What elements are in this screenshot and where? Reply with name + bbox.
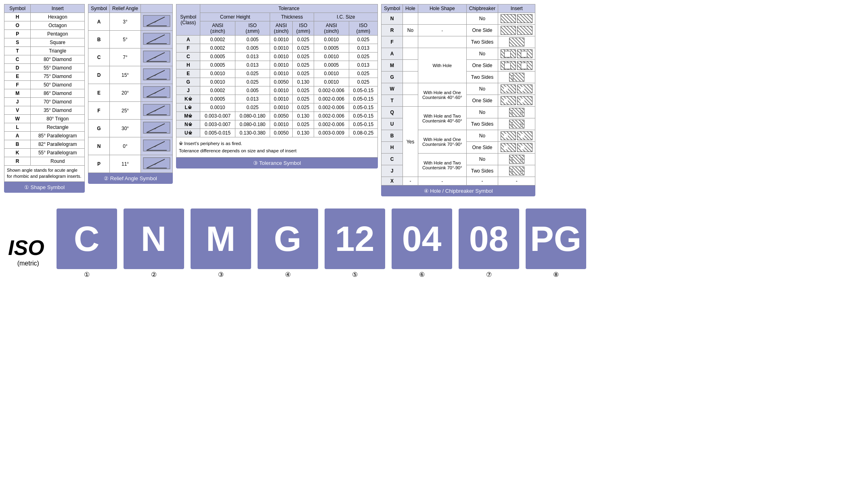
hole-row: WWith Hole and One Countersink 40°-60°No [382, 83, 535, 95]
relief-symbol-cell: D [88, 66, 110, 84]
chipbreaker-cell: Two Sides [466, 118, 498, 130]
tolerance-value-cell: 0.002-0.006 [314, 86, 349, 95]
relief-row: C7° [88, 48, 173, 66]
relief-diagram-svg [143, 103, 171, 117]
hole-symbol-cell: G [382, 72, 403, 83]
insert-cell [498, 60, 535, 72]
shape-row: LRectangle [4, 123, 85, 132]
tolerance-value-cell: 0.025 [349, 69, 378, 78]
insert-cell [498, 83, 535, 95]
shape-insert-cell: 80° Trigon [31, 115, 85, 123]
tolerance-row: A0.00020.0050.00100.0250.00100.025 [176, 36, 378, 44]
relief-angle-cell: 30° [110, 120, 141, 137]
tolerance-value-cell: 0.025 [292, 53, 314, 61]
tolerance-value-cell: 0.0010 [314, 53, 349, 61]
relief-diagram-cell [141, 120, 173, 137]
hole-symbol-cell: C [382, 154, 403, 165]
hole-symbol-cell: F [382, 36, 403, 48]
relief-diagram-svg [143, 32, 171, 46]
hole-shape-cell: With Hole and One Countersink 40°-60° [418, 83, 466, 107]
relief-angle-cell: 15° [110, 66, 141, 84]
chipbreaker-cell: No [466, 107, 498, 118]
relief-diagram-svg [143, 138, 171, 153]
tolerance-value-cell: 0.002-0.006 [314, 103, 349, 112]
tolerance-row: M※0.003-0.0070.080-0.1800.00500.1300.002… [176, 112, 378, 120]
tolerance-value-cell: 0.025 [235, 103, 270, 112]
tolerance-value-cell: 0.0010 [314, 36, 349, 44]
tolerance-value-cell: 0.013 [235, 61, 270, 69]
hole-symbol-cell: J [382, 165, 403, 177]
relief-diagram-cell [141, 102, 173, 120]
shape-row: D55° Diamond [4, 64, 85, 72]
hole-shape-cell: With Hole and Two Countersink 70°-90° [418, 154, 466, 177]
tolerance-symbol-cell: L※ [176, 103, 200, 112]
shape-row: RRound [4, 157, 85, 166]
hole-symbol-cell: X [382, 177, 403, 185]
code-letter: C [57, 208, 117, 269]
relief-row: D15° [88, 66, 173, 84]
code-letter: N [124, 208, 184, 269]
relief-row: E20° [88, 84, 173, 102]
hole-symbol-cell: Q [382, 107, 403, 118]
shape-insert-cell: 55° Parallelogram [31, 149, 85, 157]
shape-row: PPentagon [4, 30, 85, 38]
relief-symbol-cell: P [88, 155, 110, 173]
shape-symbol-table: Symbol Insert HHexagonOOctagonPPentagonS… [4, 4, 85, 166]
relief-row: F25° [88, 102, 173, 120]
code-box-1: C① [57, 208, 117, 278]
shape-row: V35° Diamond [4, 106, 85, 115]
tolerance-value-cell: 0.0010 [270, 86, 293, 95]
tolerance-note: Tolerance difference depends on size and… [179, 147, 375, 154]
insert-cell [498, 95, 535, 107]
insert-cell [498, 36, 535, 48]
shape-row: B82° Parallelogram [4, 140, 85, 149]
shape-row: HHexagon [4, 13, 85, 21]
code-letter: M [191, 208, 251, 269]
hole-row: AWith HoleNo [382, 48, 535, 60]
tolerance-value-cell: 0.002-0.006 [314, 112, 349, 120]
chipbreaker-header: Chipbreaker [466, 4, 498, 13]
code-number: ⑧ [553, 271, 559, 278]
hole-symbol-cell: M [382, 60, 403, 72]
tol-iso1: ISO(±mm) [235, 21, 270, 36]
shape-insert-cell: 82° Parallelogram [31, 140, 85, 149]
code-letter: 12 [325, 208, 385, 269]
shape-insert-header: Insert [31, 4, 85, 13]
code-box-8: PG⑧ [526, 208, 586, 278]
relief-angle-table: Symbol Relief Angle A3° B5° C7° D15° E20… [88, 4, 173, 173]
hole-symbol-cell: U [382, 118, 403, 130]
shape-insert-cell: 75° Diamond [31, 72, 85, 81]
insert-header: Insert [498, 4, 535, 13]
shape-symbol-cell: E [4, 72, 31, 81]
tolerance-table: Symbol(Class) Tolerance Corner Height Th… [176, 4, 378, 137]
code-number: ③ [218, 271, 224, 278]
relief-diagram-svg [143, 85, 171, 99]
code-letter: G [258, 208, 318, 269]
relief-diagram-cell [141, 48, 173, 66]
tolerance-value-cell: 0.08-0.25 [349, 129, 378, 137]
tolerance-value-cell: 0.0010 [200, 69, 235, 78]
shape-symbol-cell: C [4, 55, 31, 64]
relief-diagram-cell [141, 84, 173, 102]
tolerance-symbol-cell: M※ [176, 112, 200, 120]
shape-insert-cell: 35° Diamond [31, 106, 85, 115]
bottom-section: ISO (metric) C①N②M③G④12⑤04⑥08⑦PG⑧ [4, 208, 864, 278]
hole-cell [403, 72, 418, 83]
tolerance-value-cell: 0.0010 [270, 95, 293, 103]
shape-row: J70° Diamond [4, 98, 85, 106]
shape-row: SSquare [4, 38, 85, 47]
relief-symbol-cell: A [88, 13, 110, 31]
shape-symbol-cell: K [4, 149, 31, 157]
shape-symbol-cell: T [4, 47, 31, 55]
shape-symbol-header: Symbol [4, 4, 31, 13]
relief-symbol-cell: B [88, 31, 110, 48]
relief-diagram-svg [143, 14, 171, 28]
code-number: ① [84, 271, 90, 278]
shape-insert-cell: 70° Diamond [31, 98, 85, 106]
shape-row: TTriangle [4, 47, 85, 55]
hole-shape-header: Hole Shape [418, 4, 466, 13]
relief-diagram-cell [141, 66, 173, 84]
tol-ansi1: ANSI(±inch) [200, 21, 235, 36]
hole-symbol-cell: T [382, 95, 403, 107]
relief-symbol-cell: F [88, 102, 110, 120]
